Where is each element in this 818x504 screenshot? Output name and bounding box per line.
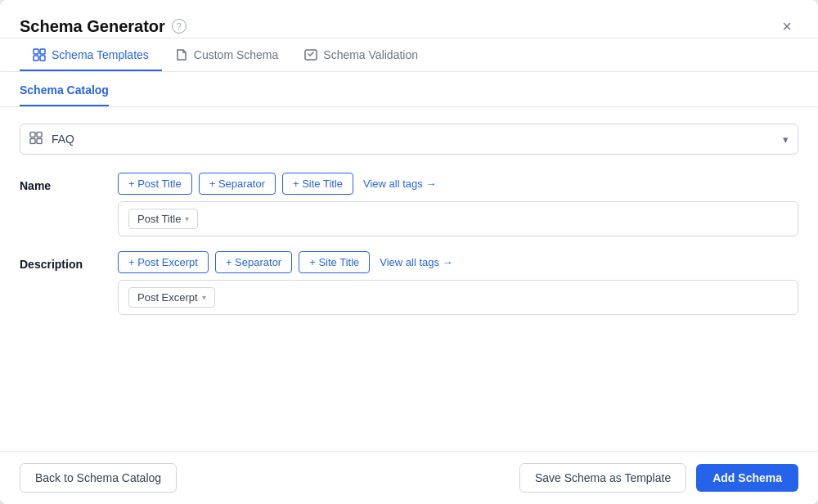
description-tags-row: + Post Excerpt + Separator + Site Title … (118, 251, 798, 273)
description-post-excerpt-token[interactable]: Post Excerpt ▾ (128, 287, 215, 308)
tab-schema-templates-label: Schema Templates (52, 48, 149, 61)
schema-validation-icon (304, 48, 317, 61)
name-post-title-token-label: Post Title (137, 213, 181, 225)
name-tags-row: + Post Title + Separator + Site Title Vi… (118, 173, 798, 195)
name-label: Name (20, 173, 118, 192)
tab-schema-templates[interactable]: Schema Templates (20, 38, 162, 71)
top-tabs: Schema Templates Custom Schema Schema Va… (0, 38, 818, 72)
add-schema-label: Add Schema (712, 471, 782, 484)
description-field-content: + Post Excerpt + Separator + Site Title … (118, 251, 798, 315)
save-button-label: Save Schema as Template (535, 471, 671, 484)
svg-rect-0 (34, 49, 38, 54)
modal-header: Schema Generator ? × (0, 0, 818, 38)
save-schema-as-template-button[interactable]: Save Schema as Template (519, 463, 686, 493)
description-tag-site-title[interactable]: + Site Title (299, 251, 370, 273)
tab-schema-validation[interactable]: Schema Validation (291, 38, 431, 71)
description-tag-separator[interactable]: + Separator (215, 251, 292, 273)
close-button[interactable]: × (775, 15, 798, 38)
add-schema-button[interactable]: Add Schema (696, 464, 798, 492)
name-post-title-token-chevron: ▾ (185, 214, 189, 223)
description-token-field: Post Excerpt ▾ (118, 280, 798, 315)
description-post-excerpt-token-label: Post Excerpt (137, 291, 198, 304)
schema-type-select-wrapper: FAQ Article Product Recipe Event Person … (20, 124, 798, 155)
description-post-excerpt-token-chevron: ▾ (202, 293, 206, 302)
tab-custom-schema[interactable]: Custom Schema (162, 38, 291, 71)
tabs-container: Schema Generator ? (20, 17, 775, 36)
description-tag-post-excerpt-label: + Post Excerpt (128, 256, 198, 268)
modal-footer: Back to Schema Catalog Save Schema as Te… (0, 451, 818, 504)
schema-type-dropdown-row: FAQ Article Product Recipe Event Person … (20, 124, 798, 155)
name-tag-separator[interactable]: + Separator (199, 173, 276, 195)
description-tag-site-title-label: + Site Title (309, 256, 359, 268)
help-icon[interactable]: ? (172, 19, 187, 34)
content-scroll[interactable]: FAQ Article Product Recipe Event Person … (0, 107, 818, 451)
description-tag-separator-label: + Separator (226, 256, 281, 268)
name-post-title-token[interactable]: Post Title ▾ (128, 209, 198, 229)
name-view-all-link[interactable]: View all tags → (363, 178, 436, 190)
sub-tabs-row: Schema Catalog (0, 72, 818, 107)
back-button-label: Back to Schema Catalog (35, 471, 161, 484)
description-label: Description (20, 251, 118, 271)
description-tag-post-excerpt[interactable]: + Post Excerpt (118, 251, 209, 273)
description-view-all-link[interactable]: View all tags → (380, 256, 452, 268)
svg-rect-2 (40, 49, 45, 54)
name-tag-site-title-label: + Site Title (293, 178, 343, 190)
tab-schema-validation-label: Schema Validation (323, 48, 418, 61)
modal-body: Schema Catalog FAQ (0, 72, 818, 451)
title-row: Schema Generator ? (20, 17, 187, 36)
sub-tab-schema-catalog[interactable]: Schema Catalog (20, 72, 109, 106)
name-field-content: + Post Title + Separator + Site Title Vi… (118, 173, 798, 236)
svg-rect-3 (40, 56, 45, 61)
name-token-field: Post Title ▾ (118, 201, 798, 236)
description-field-row: Description + Post Excerpt + Separator +… (20, 251, 798, 315)
modal-title: Schema Generator (20, 17, 165, 36)
name-field-row: Name + Post Title + Separator + Site Tit… (20, 173, 798, 236)
name-tag-site-title[interactable]: + Site Title (282, 173, 353, 195)
name-tag-post-title-label: + Post Title (128, 178, 182, 190)
name-tag-separator-label: + Separator (209, 178, 265, 190)
schema-templates-icon (33, 48, 46, 61)
sub-tab-label: Schema Catalog (20, 83, 109, 97)
back-to-schema-catalog-button[interactable]: Back to Schema Catalog (20, 463, 177, 493)
svg-rect-1 (34, 56, 38, 61)
footer-right: Save Schema as Template Add Schema (519, 463, 798, 493)
schema-type-select[interactable]: FAQ Article Product Recipe Event Person … (20, 124, 798, 155)
schema-generator-modal: Schema Generator ? × Schema Templates (0, 0, 818, 504)
custom-schema-icon (175, 48, 188, 61)
name-tag-post-title[interactable]: + Post Title (118, 173, 192, 195)
tab-custom-schema-label: Custom Schema (194, 48, 278, 61)
